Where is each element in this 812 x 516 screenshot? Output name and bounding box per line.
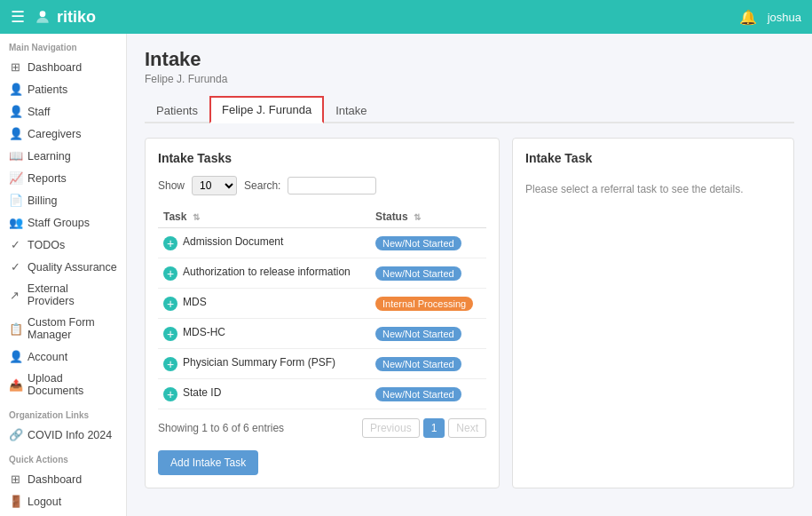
task-add-btn[interactable]: +	[163, 357, 177, 371]
sidebar-item-quality-assurance[interactable]: ✓ Quality Assurance	[0, 256, 126, 278]
sort-icon: ⇅	[193, 212, 200, 222]
task-cell: + Physician Summary Form (PSF)	[158, 349, 370, 379]
page-subtitle: Felipe J. Furunda	[145, 73, 794, 85]
next-button[interactable]: Next	[448, 418, 486, 438]
task-name: Authorization to release information	[183, 266, 351, 278]
user-name: joshua	[768, 11, 801, 24]
sidebar-item-custom-form-manager[interactable]: 📋 Custom Form Manager	[0, 312, 126, 345]
status-sort-icon: ⇅	[414, 212, 421, 222]
col-task: Task ⇅	[158, 206, 370, 228]
sidebar-item-staff[interactable]: 👤 Staff	[0, 100, 126, 123]
task-cell: + State ID	[158, 379, 370, 409]
task-cell: + Authorization to release information	[158, 258, 370, 289]
task-name: MDS-HC	[183, 326, 225, 338]
todos-icon: ✓	[9, 238, 21, 251]
bell-icon[interactable]: 🔔	[739, 9, 757, 26]
table-row[interactable]: + Physician Summary Form (PSF) New/Not S…	[158, 349, 486, 379]
billing-icon: 📄	[9, 194, 21, 207]
reports-icon: 📈	[9, 171, 21, 185]
table-row[interactable]: + MDS Internal Processing	[158, 289, 486, 319]
svg-point-0	[40, 11, 46, 17]
sidebar-item-upload-documents[interactable]: 📤 Upload Documents	[0, 368, 126, 401]
patients-icon: 👤	[9, 83, 21, 96]
org-links-label: Organization Links	[0, 401, 126, 424]
search-input[interactable]	[288, 177, 376, 194]
task-add-btn[interactable]: +	[163, 327, 177, 341]
prev-button[interactable]: Previous	[362, 418, 420, 438]
status-badge: New/Not Started	[375, 387, 461, 401]
task-add-btn[interactable]: +	[163, 266, 177, 281]
sidebar-item-covid-info[interactable]: 🔗 COVID Info 2024	[0, 424, 126, 446]
sidebar-item-todos[interactable]: ✓ TODOs	[0, 234, 126, 256]
task-add-btn[interactable]: +	[163, 236, 177, 250]
page-title: Intake	[145, 48, 794, 71]
search-label: Search:	[244, 179, 280, 192]
sidebar-item-caregivers[interactable]: 👤 Caregivers	[0, 123, 126, 145]
show-select[interactable]: 10 25 50 100	[192, 176, 237, 195]
intake-table: Task ⇅ Status ⇅ + Admission Document	[158, 206, 486, 409]
sidebar-item-learning[interactable]: 📖 Learning	[0, 145, 126, 167]
external-providers-icon: ↗	[9, 289, 21, 302]
pagination: Previous 1 Next	[362, 418, 486, 438]
table-row[interactable]: + State ID New/Not Started	[158, 379, 486, 409]
account-icon: 👤	[9, 350, 21, 363]
status-badge: New/Not Started	[375, 236, 461, 250]
qa-dashboard-icon: ⊞	[9, 472, 21, 486]
table-row[interactable]: + Authorization to release information N…	[158, 258, 486, 289]
breadcrumb-patients[interactable]: Patients	[145, 98, 209, 123]
breadcrumb-patient-name[interactable]: Felipe J. Furunda	[209, 96, 324, 123]
table-footer: Showing 1 to 6 of 6 entries Previous 1 N…	[158, 418, 486, 438]
task-add-btn[interactable]: +	[163, 387, 177, 401]
table-row[interactable]: + MDS-HC New/Not Started	[158, 319, 486, 349]
sidebar-item-patients[interactable]: 👤 Patients	[0, 78, 126, 100]
staff-icon: 👤	[9, 105, 21, 118]
task-cell: + MDS	[158, 289, 370, 319]
sidebar-item-reports[interactable]: 📈 Reports	[0, 167, 126, 189]
left-panel: Intake Tasks Show 10 25 50 100 Search:	[145, 138, 500, 488]
sidebar-item-dashboard[interactable]: ⊞ Dashboard	[0, 56, 126, 78]
app-logo: ritiko	[34, 8, 96, 27]
main-nav-label: Main Navigation	[0, 34, 126, 56]
status-badge: New/Not Started	[375, 327, 461, 341]
status-badge: New/Not Started	[375, 357, 461, 371]
dashboard-icon: ⊞	[9, 60, 21, 74]
table-row[interactable]: + Admission Document New/Not Started	[158, 228, 486, 258]
task-name: Physician Summary Form (PSF)	[183, 356, 335, 369]
status-badge: New/Not Started	[375, 266, 461, 281]
task-add-btn[interactable]: +	[163, 297, 177, 311]
task-name: MDS	[183, 296, 207, 308]
sidebar-item-external-providers[interactable]: ↗ External Providers	[0, 278, 126, 312]
add-intake-task-button[interactable]: Add Intake Task	[158, 450, 258, 475]
sidebar-item-account[interactable]: 👤 Account	[0, 345, 126, 368]
superadmin-label: Superadmin Links	[0, 512, 126, 516]
status-badge: Internal Processing	[375, 297, 473, 311]
status-cell: New/Not Started	[370, 228, 486, 258]
topbar: ☰ ritiko 🔔 joshua	[0, 0, 812, 34]
table-controls: Show 10 25 50 100 Search:	[158, 176, 486, 195]
status-cell: New/Not Started	[370, 379, 486, 409]
quick-actions-label: Quick Actions	[0, 446, 126, 468]
upload-icon: 📤	[9, 378, 21, 392]
sidebar-item-billing[interactable]: 📄 Billing	[0, 189, 126, 211]
task-name: Admission Document	[183, 235, 283, 248]
task-cell: + Admission Document	[158, 228, 370, 258]
col-status: Status ⇅	[370, 206, 486, 228]
qa-icon: ✓	[9, 260, 21, 274]
sidebar-item-staff-groups[interactable]: 👥 Staff Groups	[0, 211, 126, 234]
sidebar-item-qa-dashboard[interactable]: ⊞ Dashboard	[0, 468, 126, 490]
status-cell: New/Not Started	[370, 258, 486, 289]
sidebar-item-logout[interactable]: 🚪 Logout	[0, 490, 126, 512]
show-label: Show	[158, 179, 185, 192]
right-panel: Intake Task Please select a referral tas…	[512, 138, 794, 488]
hamburger-icon[interactable]: ☰	[11, 7, 25, 27]
breadcrumb-intake[interactable]: Intake	[324, 98, 378, 123]
intake-tasks-title: Intake Tasks	[158, 151, 486, 165]
page-1-button[interactable]: 1	[423, 418, 445, 438]
custom-form-icon: 📋	[9, 322, 21, 336]
logout-icon: 🚪	[9, 495, 21, 508]
status-cell: New/Not Started	[370, 349, 486, 379]
sidebar: Main Navigation ⊞ Dashboard 👤 Patients 👤…	[0, 34, 127, 516]
main-content: Intake Felipe J. Furunda Patients Felipe…	[127, 34, 812, 516]
status-cell: New/Not Started	[370, 319, 486, 349]
panels: Intake Tasks Show 10 25 50 100 Search:	[145, 138, 794, 488]
